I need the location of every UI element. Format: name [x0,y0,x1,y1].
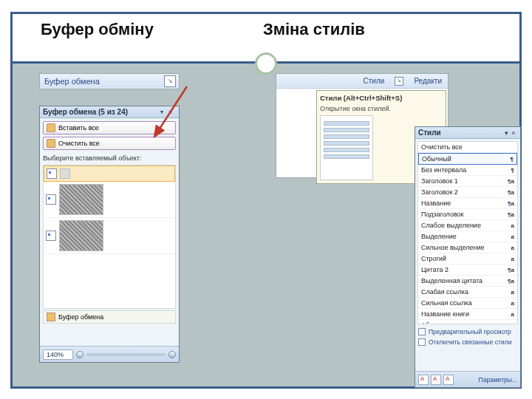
image-thumb [59,220,103,251]
style-row[interactable]: Абзац списка¶ [418,320,517,324]
paste-icon [47,313,55,321]
heading-clipboard: Буфер обміну [41,20,154,39]
styles-footer: Параметры... [415,371,520,387]
thumb-icon [60,168,70,179]
tooltip-preview [320,115,373,180]
clear-icon [47,139,55,148]
clipboard-item[interactable] [44,218,175,254]
word-icon [46,194,56,205]
ribbon-clipboard-label: Буфер обмена [40,77,164,86]
clipboard-item[interactable] [44,166,175,182]
divider-circle [255,52,277,75]
style-row[interactable]: Без интервала¶ [418,165,517,176]
clipboard-instruction: Выберите вставляемый объект: [40,153,179,163]
styles-title-text: Стили [418,129,502,137]
clipboard-footer: 140% [40,346,179,362]
zoom-in-button[interactable] [168,351,176,358]
style-row[interactable]: Заголовок 1¶a [418,176,517,187]
word-icon [46,231,56,241]
parameters-link[interactable]: Параметры... [479,376,517,383]
style-row[interactable]: Обычный¶ [418,153,517,165]
style-row[interactable]: Строгийa [418,253,517,265]
clipboard-options-bar[interactable]: Буфер обмена [43,310,176,324]
svg-line-0 [154,86,187,137]
style-row[interactable]: Выделенная цитата¶a [418,276,517,287]
styles-pane-title: Стили ▾ × [415,127,520,139]
style-inspector-button[interactable] [431,375,441,385]
ribbon-edit-label: Редакти [408,77,448,85]
clipboard-title-text: Буфер обмена (5 из 24) [43,108,158,116]
dropdown-icon[interactable]: ▾ [502,129,510,137]
checkbox-icon [418,338,426,346]
heading-styles: Зміна стилів [263,20,365,39]
style-row[interactable]: Название¶a [418,198,517,209]
tooltip-title: Стили (Alt+Ctrl+Shift+S) [320,94,443,102]
styles-launcher-icon[interactable]: ↘ [395,77,403,86]
disable-linked-checkbox[interactable]: Отключить связанные стили [415,337,520,347]
tooltip-body: Открытие окна стилей. [320,105,443,112]
clipboard-pane: Буфер обмена (5 из 24) ▾ × Вставить все … [39,106,180,363]
styles-list: Очистить все Обычный¶Без интервала¶Загол… [417,141,518,324]
style-row[interactable]: Сильная ссылкаa [418,298,517,309]
paste-icon [47,123,55,132]
style-row-clear[interactable]: Очистить все [418,142,517,153]
manage-styles-button[interactable] [443,375,454,385]
style-row[interactable]: Слабое выделениеa [418,220,517,231]
styles-pane: Стили ▾ × Очистить все Обычный¶Без интер… [415,126,521,388]
style-row[interactable]: Сильное выделениеa [418,242,517,253]
checkbox-icon [418,328,426,335]
style-row[interactable]: Выделениеa [418,231,517,242]
style-row[interactable]: Заголовок 2¶a [418,187,517,198]
zoom-dropdown[interactable]: 140% [43,349,73,360]
ribbon-styles-bar: Стили ↘ Редакти [276,74,448,89]
slide-frame: Буфер обміну Зміна стилів Буфер обмена ↘… [10,12,522,389]
ribbon-styles-label: Стили [358,77,391,85]
style-row[interactable]: Слабая ссылкаa [418,287,517,298]
arrow-icon [150,83,194,143]
headings: Буфер обміну Зміна стилів [13,20,519,39]
style-row[interactable]: Название книгиa [418,309,517,320]
preview-checkbox[interactable]: Предварительный просмотр [415,327,520,337]
new-style-button[interactable] [418,375,429,385]
clipboard-item[interactable] [44,182,175,218]
word-icon [47,168,57,179]
image-thumb [59,184,103,215]
zoom-slider[interactable] [86,353,166,356]
style-row[interactable]: Подзаголовок¶a [418,209,517,220]
style-row[interactable]: Цитата 2¶a [418,265,517,276]
clipboard-items-list [43,165,176,309]
close-icon[interactable]: × [510,129,517,137]
zoom-out-button[interactable] [76,351,83,358]
